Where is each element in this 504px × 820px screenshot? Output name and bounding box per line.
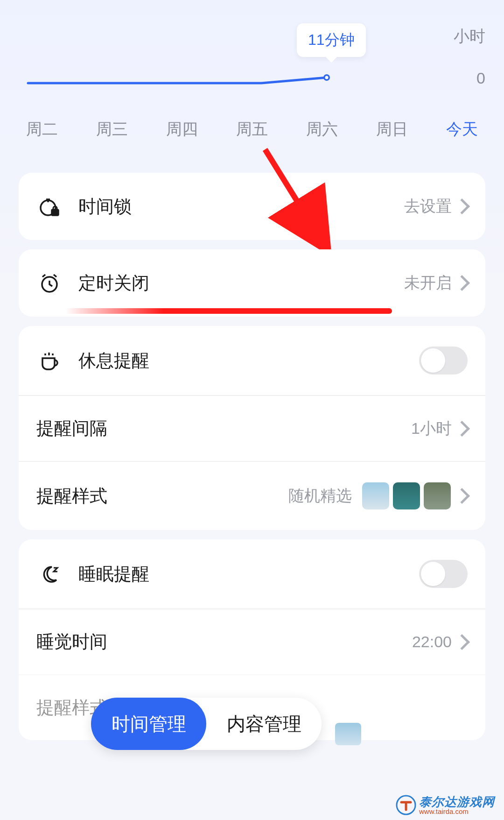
sleep-time-label: 睡觉时间 <box>36 630 412 654</box>
timed-close-label: 定时关闭 <box>78 271 404 295</box>
alarm-clock-icon <box>36 270 63 296</box>
day-tab-tue[interactable]: 周二 <box>26 119 58 140</box>
timed-close-value: 未开启 <box>404 272 452 294</box>
watermark-title: 泰尔达游戏网 <box>419 796 495 808</box>
style-thumb-peek <box>335 723 361 745</box>
sleep-time-value: 22:00 <box>412 633 452 651</box>
sleep-reminder-toggle[interactable] <box>419 560 468 588</box>
chevron-right-icon <box>454 275 470 291</box>
time-lock-label: 时间锁 <box>78 195 404 219</box>
stopwatch-lock-icon <box>36 193 63 219</box>
moon-zzz-icon <box>36 561 63 587</box>
remind-interval-label: 提醒间隔 <box>36 417 411 440</box>
row-remind-interval[interactable]: 提醒间隔 1小时 <box>19 395 485 461</box>
rest-reminder-label: 休息提醒 <box>78 349 419 373</box>
style-thumb-3 <box>424 482 451 509</box>
chevron-right-icon <box>454 488 470 504</box>
day-tabs: 周二 周三 周四 周五 周六 周日 今天 <box>0 95 504 163</box>
day-tab-fri[interactable]: 周五 <box>236 119 268 140</box>
rest-reminder-toggle[interactable] <box>419 346 468 375</box>
chart-line <box>0 28 504 93</box>
card-time-lock: 时间锁 去设置 <box>19 173 485 240</box>
svg-rect-4 <box>52 210 58 215</box>
row-sleep-time[interactable]: 睡觉时间 22:00 <box>19 608 485 674</box>
watermark-url: www.tairda.com <box>419 808 495 815</box>
bottom-tab-bar: 时间管理 内容管理 <box>91 698 322 750</box>
row-sleep-reminder: 睡眠提醒 <box>19 539 485 608</box>
card-timed-close: 定时关闭 未开启 <box>19 249 485 317</box>
day-tab-sat[interactable]: 周六 <box>306 119 338 140</box>
usage-chart: 11分钟 小时 0 周二 周三 周四 周五 周六 周日 今天 <box>0 0 504 163</box>
style-thumbnails <box>362 482 451 509</box>
chart-y-label-hour: 小时 <box>454 26 485 47</box>
remind-interval-value: 1小时 <box>411 418 452 439</box>
row-rest-reminder: 休息提醒 <box>19 326 485 395</box>
chevron-right-icon <box>454 198 470 214</box>
day-tab-sun[interactable]: 周日 <box>376 119 408 140</box>
sleep-reminder-label: 睡眠提醒 <box>78 562 419 586</box>
style-thumb-1 <box>362 482 389 509</box>
style-thumb-2 <box>393 482 420 509</box>
chevron-right-icon <box>454 421 470 437</box>
watermark: 泰尔达游戏网 www.tairda.com <box>396 795 495 815</box>
chart-tooltip: 11分钟 <box>297 23 366 57</box>
chevron-right-icon <box>454 634 470 650</box>
card-rest-reminder: 休息提醒 提醒间隔 1小时 提醒样式 随机精选 <box>19 326 485 530</box>
remind-style-value: 随机精选 <box>288 485 352 507</box>
svg-point-1 <box>325 76 329 79</box>
coffee-cup-icon <box>36 347 63 374</box>
row-timed-close[interactable]: 定时关闭 未开启 <box>19 249 485 317</box>
day-tab-today[interactable]: 今天 <box>446 119 478 140</box>
chart-y-zero: 0 <box>476 69 485 87</box>
day-tab-thu[interactable]: 周四 <box>166 119 198 140</box>
tab-time-management[interactable]: 时间管理 <box>91 698 206 750</box>
day-tab-wed[interactable]: 周三 <box>96 119 128 140</box>
tab-content-management[interactable]: 内容管理 <box>206 698 322 750</box>
watermark-logo-icon <box>396 795 416 815</box>
row-time-lock[interactable]: 时间锁 去设置 <box>19 173 485 240</box>
row-remind-style[interactable]: 提醒样式 随机精选 <box>19 461 485 530</box>
time-lock-value: 去设置 <box>404 196 452 217</box>
remind-style-label: 提醒样式 <box>36 484 288 508</box>
